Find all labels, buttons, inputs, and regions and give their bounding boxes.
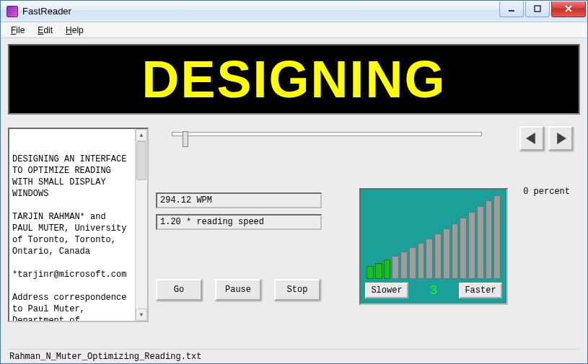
scroll-down-button[interactable]: ▼: [136, 308, 147, 321]
svg-rect-1: [535, 6, 540, 12]
nav-buttons: [519, 126, 573, 151]
speed-bar: [392, 256, 399, 279]
faster-button[interactable]: Faster: [459, 283, 502, 298]
speed-bar: [493, 195, 501, 279]
client-area: DESIGNING DESIGNING AN INTERFACE TO OPTI…: [1, 38, 587, 363]
speed-bar: [468, 212, 475, 279]
menu-edit[interactable]: Edit: [32, 24, 58, 37]
slower-button[interactable]: Slower: [365, 283, 408, 298]
minimize-icon: [508, 5, 515, 12]
titlebar[interactable]: FastReader: [1, 1, 587, 22]
progress-handle[interactable]: [183, 131, 188, 147]
speed-bar: [452, 223, 459, 279]
speed-bar: [486, 200, 493, 279]
source-text: DESIGNING AN INTERFACE TO OPTIMIZE READI…: [12, 154, 144, 322]
speed-bar: [384, 259, 391, 279]
percent-label: 0 percent: [523, 187, 570, 197]
close-button[interactable]: [551, 1, 586, 17]
speed-bar: [426, 239, 433, 279]
prev-button[interactable]: [519, 126, 544, 151]
go-button[interactable]: Go: [156, 279, 202, 301]
close-icon: [565, 5, 572, 12]
speed-bar: [367, 266, 374, 279]
wpm-readout: 294.12 WPM: [156, 192, 322, 208]
speed-bar: [400, 252, 408, 279]
next-button[interactable]: [548, 126, 573, 151]
speed-bar: [409, 247, 416, 279]
source-text-panel[interactable]: DESIGNING AN INTERFACE TO OPTIMIZE READI…: [8, 128, 149, 322]
speed-panel: Slower 3 Faster: [359, 188, 508, 305]
multiplier-readout: 1.20 * reading speed: [156, 214, 322, 230]
window-title: FastReader: [22, 6, 498, 17]
maximize-icon: [534, 5, 541, 12]
menu-file[interactable]: File: [5, 24, 30, 37]
speed-controls: Slower 3 Faster: [365, 282, 502, 299]
triangle-left-icon: [526, 133, 537, 144]
triangle-right-icon: [555, 133, 566, 144]
main-area: DESIGNING AN INTERFACE TO OPTIMIZE READI…: [8, 128, 580, 349]
progress-slider[interactable]: [172, 132, 482, 136]
svg-rect-0: [509, 10, 514, 12]
word-display: DESIGNING: [8, 44, 580, 115]
status-bar: Rahman_N_Muter_Optimizing_Reading.txt: [8, 349, 580, 363]
scroll-track[interactable]: [136, 141, 147, 308]
scroll-up-button[interactable]: ▲: [136, 129, 147, 141]
app-window: FastReader File Edit Help DESIGNING DESI…: [0, 0, 588, 364]
readouts: 294.12 WPM 1.20 * reading speed: [156, 192, 322, 236]
speed-value: 3: [430, 283, 438, 298]
pause-button[interactable]: Pause: [215, 279, 261, 301]
speed-bars: [367, 197, 501, 279]
speed-bar: [434, 234, 442, 279]
stop-button[interactable]: Stop: [274, 279, 320, 301]
controls-area: 294.12 WPM 1.20 * reading speed 0 percen…: [156, 128, 580, 349]
text-scrollbar[interactable]: ▲ ▼: [135, 129, 147, 321]
speed-bar: [443, 228, 450, 279]
scroll-thumb[interactable]: [136, 141, 146, 180]
speed-bar: [460, 218, 467, 279]
speed-bar: [418, 243, 425, 279]
menubar: File Edit Help: [1, 22, 587, 38]
status-filename: Rahman_N_Muter_Optimizing_Reading.txt: [9, 352, 201, 362]
maximize-button[interactable]: [525, 1, 550, 17]
speed-bar: [477, 206, 484, 279]
window-buttons: [498, 1, 586, 17]
app-icon: [6, 6, 18, 17]
menu-help[interactable]: Help: [60, 24, 89, 37]
playback-buttons: Go Pause Stop: [156, 279, 320, 301]
minimize-button[interactable]: [499, 1, 524, 17]
speed-bar: [375, 263, 382, 279]
